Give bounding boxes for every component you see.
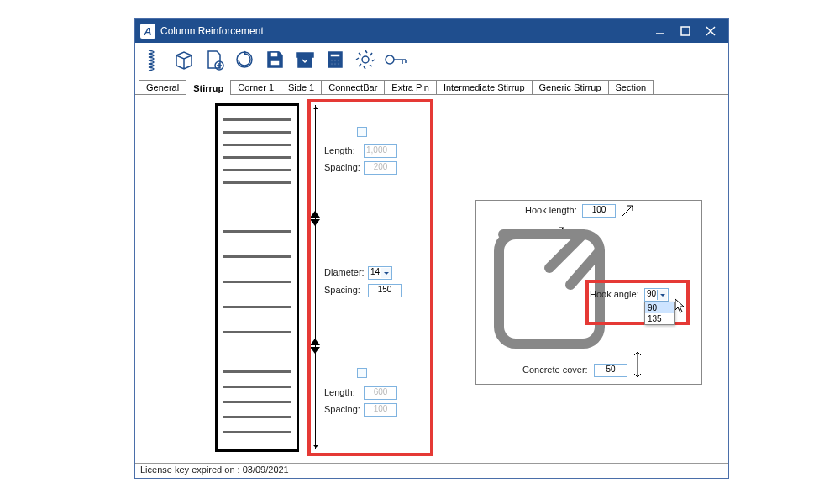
hook-angle-option-135[interactable]: 135 (645, 313, 674, 324)
close-button[interactable] (698, 23, 723, 39)
maximize-button[interactable] (673, 23, 698, 39)
zone-bottom-length-input[interactable]: 600 (364, 386, 397, 400)
work-area: Length: 1,000 Spacing: 200 Diameter: 14 … (135, 95, 728, 463)
zone-mid-spacing-input[interactable]: 150 (368, 284, 402, 297)
concrete-cover-label: Concrete cover: (522, 365, 588, 375)
zone-bottom-spacing-input[interactable]: 100 (364, 403, 397, 417)
zone-bottom-checkbox[interactable] (357, 368, 367, 378)
archive-icon[interactable] (291, 46, 318, 73)
tab-generic[interactable]: Generic Stirrup (532, 80, 609, 94)
gear-icon[interactable] (352, 46, 379, 73)
hook-angle-dropdown[interactable]: 90 135 (644, 302, 675, 325)
cursor-icon (675, 298, 686, 313)
window-title: Column Reinforcement (160, 25, 648, 37)
tab-side1[interactable]: Side 1 (281, 80, 322, 94)
tab-extrapin[interactable]: Extra Pin (384, 80, 437, 94)
zone-top-length-input[interactable]: 1,000 (364, 144, 397, 158)
svg-rect-9 (270, 60, 280, 66)
zone-top-spacing-label: Spacing: (324, 162, 360, 172)
toolbar (135, 43, 728, 76)
svg-point-17 (331, 62, 333, 64)
tab-stirrup[interactable]: Stirrup (186, 81, 231, 95)
tab-general[interactable]: General (139, 80, 186, 94)
svg-rect-8 (270, 52, 278, 57)
minimize-button[interactable] (648, 23, 673, 39)
hook-angle-option-90[interactable]: 90 (645, 302, 674, 313)
concrete-cover-input[interactable]: 50 (594, 364, 627, 377)
column-diagram (215, 103, 299, 452)
zone-mid-diameter-select[interactable]: 14 (368, 266, 392, 280)
tab-strip: General Stirrup Corner 1 Side 1 ConnectB… (135, 76, 728, 95)
title-bar: A Column Reinforcement (135, 19, 728, 43)
status-text: License key expired on : 03/09/2021 (140, 465, 289, 475)
zone-mid-diameter-label: Diameter: (324, 267, 365, 277)
save-icon[interactable] (261, 46, 288, 73)
zone-bottom-spacing-label: Spacing: (324, 404, 360, 414)
cover-arrow-icon (633, 350, 643, 379)
stirrup-section-panel: Hook length: 100 Hook angle: 90 90 135 (475, 200, 702, 385)
svg-point-21 (386, 55, 394, 64)
svg-point-19 (338, 62, 339, 64)
zone-bottom-length-label: Length: (324, 387, 355, 397)
svg-point-15 (334, 59, 336, 60)
app-logo-icon: A (140, 24, 155, 39)
svg-point-18 (334, 62, 336, 64)
zone-top-spacing-input[interactable]: 200 (364, 161, 397, 175)
app-window: A Column Reinforcement General Stirrup C… (134, 18, 729, 479)
key-icon[interactable] (382, 46, 409, 73)
spring-icon[interactable] (140, 46, 167, 73)
tab-intermediate[interactable]: Intermediate Stirrup (436, 80, 533, 94)
svg-point-20 (362, 56, 369, 63)
hook-length-input[interactable]: 100 (582, 204, 616, 218)
hook-length-arrow-icon (621, 202, 636, 218)
hook-length-label: Hook length: (525, 205, 577, 215)
status-bar: License key expired on : 03/09/2021 (135, 463, 728, 478)
refresh-icon[interactable] (231, 46, 258, 73)
zone-top-checkbox[interactable] (357, 127, 367, 137)
svg-rect-13 (330, 54, 340, 57)
tab-connectbar[interactable]: ConnectBar (321, 80, 385, 94)
svg-point-14 (331, 59, 333, 60)
svg-rect-1 (681, 27, 690, 35)
add-page-icon[interactable] (201, 46, 228, 73)
box-icon[interactable] (171, 46, 197, 73)
tab-corner1[interactable]: Corner 1 (230, 80, 281, 94)
zone-mid-spacing-label: Spacing: (324, 285, 360, 295)
calculator-icon[interactable] (322, 46, 349, 73)
zone-top-length-label: Length: (324, 145, 355, 155)
svg-point-16 (338, 59, 339, 60)
tab-section[interactable]: Section (608, 80, 654, 94)
